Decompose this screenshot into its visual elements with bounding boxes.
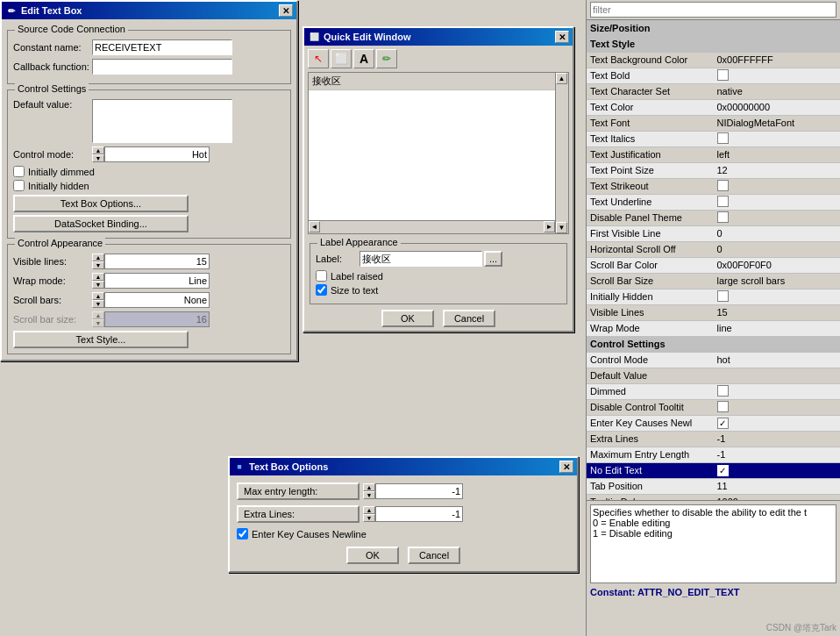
quick-edit-close[interactable]: ✕	[555, 31, 569, 43]
table-row[interactable]: Text Underline	[587, 194, 840, 210]
scroll-bar-size-value[interactable]	[104, 311, 210, 327]
table-row[interactable]: Text Point Size12	[587, 162, 840, 178]
constant-input[interactable]	[92, 39, 232, 55]
prop-checkbox[interactable]: ✓	[717, 418, 729, 429]
prop-checkbox[interactable]	[717, 401, 729, 412]
prop-value	[714, 210, 841, 225]
prop-checkbox[interactable]	[717, 69, 729, 81]
control-mode-value[interactable]	[104, 146, 210, 162]
scroll-right-btn[interactable]: ►	[544, 221, 555, 232]
max-entry-down[interactable]: ▼	[363, 491, 375, 499]
default-value-input[interactable]	[92, 99, 232, 143]
scroll-up-btn[interactable]: ▲	[556, 73, 567, 84]
prop-checkbox[interactable]	[717, 196, 729, 207]
extra-lines-value[interactable]	[375, 506, 463, 522]
table-row[interactable]: Text Italics	[587, 131, 840, 146]
options-cancel-btn[interactable]: Cancel	[408, 547, 460, 564]
table-row[interactable]: Wrap Modeline	[587, 320, 840, 336]
table-row[interactable]: Horizontal Scroll Off0	[587, 241, 840, 257]
table-row[interactable]: Extra Lines-1	[587, 431, 840, 447]
max-entry-btn[interactable]: Max entry length:	[237, 482, 359, 500]
control-mode-up[interactable]: ▲	[92, 146, 104, 154]
label-raised-check[interactable]	[316, 270, 327, 282]
table-row[interactable]: Text Style	[587, 36, 840, 52]
scroll-left-btn[interactable]: ◄	[309, 221, 320, 232]
visible-lines-up[interactable]: ▲	[92, 254, 104, 261]
toolbar-select-btn[interactable]: ⬜	[331, 49, 352, 68]
table-row[interactable]: Scroll Bar Sizelarge scroll bars	[587, 273, 840, 289]
enter-key-check[interactable]	[237, 528, 248, 540]
table-row[interactable]: Text Character Setnative	[587, 83, 840, 99]
datasocket-btn[interactable]: DataSocket Binding...	[13, 215, 189, 232]
table-row[interactable]: Default Value	[587, 368, 840, 383]
quick-edit-scrollbar[interactable]: ▲ ▼	[555, 73, 568, 233]
table-row[interactable]: Visible Lines15	[587, 304, 840, 320]
table-row[interactable]: Maximum Entry Length-1	[587, 447, 840, 462]
table-row[interactable]: Text Justificationleft	[587, 146, 840, 162]
wrap-mode-value[interactable]	[104, 273, 210, 289]
max-entry-value[interactable]	[375, 483, 463, 499]
prop-checkbox[interactable]	[717, 132, 729, 144]
label-cancel-btn[interactable]: Cancel	[443, 310, 495, 327]
wrap-mode-down[interactable]: ▼	[92, 281, 104, 289]
extra-lines-down[interactable]: ▼	[363, 514, 375, 522]
max-entry-up[interactable]: ▲	[363, 483, 375, 491]
label-ok-btn[interactable]: OK	[381, 310, 434, 327]
table-row[interactable]: Enter Key Causes Newl✓	[587, 415, 840, 431]
text-style-btn[interactable]: Text Style...	[13, 331, 189, 348]
text-box-options-btn[interactable]: Text Box Options...	[13, 195, 189, 212]
table-row[interactable]: Text Strikeout	[587, 178, 840, 194]
initially-dimmed-check[interactable]	[13, 166, 25, 177]
scroll-bar-size-up[interactable]: ▲	[92, 311, 104, 319]
scroll-bars-up[interactable]: ▲	[92, 292, 104, 300]
toolbar-cursor-btn[interactable]: ↖	[308, 49, 329, 68]
table-row[interactable]: Text FontNIDialogMetaFont	[587, 115, 840, 131]
prop-value: 15	[714, 304, 841, 320]
table-row[interactable]: Initially Hidden	[587, 289, 840, 304]
visible-lines-down[interactable]: ▼	[92, 261, 104, 269]
toolbar-pencil-btn[interactable]: ✏	[376, 49, 397, 68]
prop-checkbox[interactable]	[717, 385, 729, 397]
toolbar-text-btn[interactable]: A	[353, 49, 374, 68]
scroll-down-btn[interactable]: ▼	[556, 222, 567, 233]
prop-checkbox[interactable]	[717, 180, 729, 191]
callback-input[interactable]	[92, 59, 232, 75]
options-ok-btn[interactable]: OK	[346, 547, 399, 564]
wrap-mode-up[interactable]: ▲	[92, 273, 104, 281]
extra-lines-btn[interactable]: Extra Lines:	[237, 505, 359, 523]
label-appearance-label: Label Appearance	[317, 237, 401, 247]
prop-checkbox[interactable]	[717, 290, 729, 302]
main-dialog-close[interactable]: ✕	[279, 4, 293, 17]
label-input[interactable]	[359, 251, 482, 267]
table-row[interactable]: Dimmed	[587, 383, 840, 399]
table-row[interactable]: Disable Panel Theme	[587, 210, 840, 225]
prop-checkbox[interactable]	[717, 211, 729, 223]
table-row[interactable]: Text Background Color0x00FFFFFF	[587, 52, 840, 68]
label-browse-btn[interactable]: ...	[484, 251, 502, 267]
quick-edit-body[interactable]	[309, 90, 568, 213]
table-row[interactable]: Text Bold	[587, 68, 840, 83]
table-row[interactable]: Size/Position	[587, 20, 840, 36]
table-row[interactable]: Disable Control Tooltit	[587, 399, 840, 415]
visible-lines-value[interactable]	[104, 254, 210, 269]
extra-lines-up[interactable]: ▲	[363, 506, 375, 514]
control-mode-down[interactable]: ▼	[92, 154, 104, 162]
table-row[interactable]: Scroll Bar Color0x00F0F0F0	[587, 257, 840, 273]
table-row[interactable]: Control Settings	[587, 336, 840, 352]
initially-hidden-check[interactable]	[13, 180, 25, 191]
table-row[interactable]: First Visible Line0	[587, 225, 840, 241]
control-mode-spin[interactable]: ▲ ▼	[92, 146, 210, 162]
scroll-bar-size-down[interactable]: ▼	[92, 319, 104, 327]
quick-edit-textarea[interactable]	[312, 94, 565, 208]
filter-input[interactable]	[590, 2, 836, 18]
table-row[interactable]: Tab Position11	[587, 478, 840, 494]
table-row[interactable]: Text Color0x00000000	[587, 99, 840, 115]
prop-name: Disable Control Tooltit	[587, 399, 714, 415]
quick-edit-hscrollbar[interactable]: ◄ ►	[309, 220, 555, 233]
scroll-bars-value[interactable]	[104, 292, 210, 308]
scroll-bars-down[interactable]: ▼	[92, 300, 104, 308]
table-row[interactable]: No Edit Text✓	[587, 462, 840, 478]
size-to-text-check[interactable]	[316, 284, 327, 296]
textbox-options-close[interactable]: ✕	[559, 461, 573, 473]
table-row[interactable]: Control Modehot	[587, 352, 840, 368]
